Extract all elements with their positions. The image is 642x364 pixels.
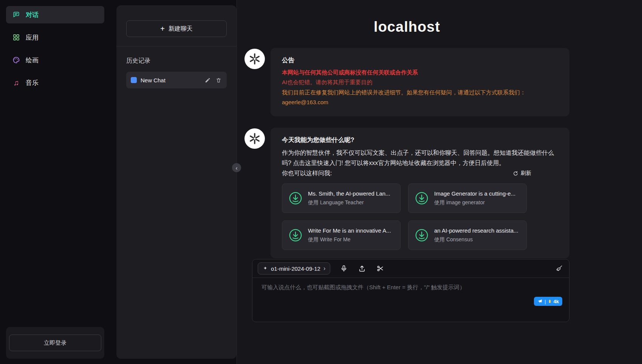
delete-chat-button[interactable] bbox=[215, 77, 222, 84]
chat-bubble-icon bbox=[12, 11, 20, 19]
edit-chat-button[interactable] bbox=[204, 77, 211, 84]
message-input[interactable] bbox=[261, 284, 560, 306]
badge-divider: | bbox=[545, 299, 546, 304]
new-chat-button[interactable]: + 新建聊天 bbox=[126, 20, 227, 37]
sidebar-item-music[interactable]: ♫ 音乐 bbox=[6, 74, 104, 91]
plus-icon: + bbox=[160, 25, 165, 33]
chat-item-icon bbox=[131, 77, 137, 83]
greeting-bubble: 今天我能为您做些什么呢? 作为你的智慧伙伴，我不仅可以写文案、出点子，还可以和你… bbox=[271, 128, 569, 258]
microphone-icon bbox=[340, 265, 348, 272]
sidebar-item-label: 音乐 bbox=[26, 79, 39, 87]
chevron-left-icon: ‹ bbox=[236, 165, 238, 171]
suggestion-card[interactable]: an AI-powered research assista... 使用 Con… bbox=[408, 221, 527, 250]
composer: o1-mini-2024-09-12 › bbox=[252, 259, 569, 322]
suggestion-title: an AI-powered research assista... bbox=[434, 227, 518, 234]
refresh-icon bbox=[513, 171, 518, 176]
model-selector[interactable]: o1-mini-2024-09-12 › bbox=[258, 262, 330, 275]
suggestion-card[interactable]: Write For Me is an innovative A... 使用 Wr… bbox=[282, 221, 401, 250]
suggestion-subtitle: 使用 image generator bbox=[434, 199, 515, 206]
new-chat-label: 新建聊天 bbox=[169, 25, 193, 33]
sidebar-item-chat[interactable]: 对话 bbox=[6, 6, 104, 23]
ask-hint: 你也可以这样问我: bbox=[282, 170, 332, 177]
openai-logo-icon bbox=[248, 132, 261, 145]
page-title: localhost bbox=[244, 0, 569, 48]
sparkle-icon bbox=[263, 266, 268, 271]
clear-context-button[interactable] bbox=[555, 264, 564, 273]
chat-content: localhost bbox=[244, 0, 569, 258]
login-button[interactable]: 立即登录 bbox=[9, 335, 101, 351]
announcement-line: 本网站与任何其他公司或商标没有任何关联或合作关系 bbox=[282, 68, 558, 76]
suggestion-title: Ms. Smith, the AI-powered Lan... bbox=[308, 190, 390, 197]
assistant-avatar bbox=[244, 49, 265, 69]
app-grid-icon bbox=[12, 33, 20, 42]
token-count: 4k bbox=[554, 299, 559, 304]
composer-body: | 4k bbox=[252, 278, 569, 322]
upload-button[interactable] bbox=[357, 264, 367, 273]
suggestion-card[interactable]: Ms. Smith, the AI-powered Lan... 使用 Lang… bbox=[282, 184, 401, 213]
microphone-button[interactable] bbox=[339, 264, 348, 273]
music-note-icon: ♫ bbox=[12, 79, 20, 87]
suggestion-title: Image Generator is a cutting-e... bbox=[434, 190, 515, 197]
suggestion-card[interactable]: Image Generator is a cutting-e... 使用 ima… bbox=[408, 184, 527, 213]
pencil-icon bbox=[205, 77, 210, 83]
battery-icon bbox=[548, 299, 552, 304]
palette-icon bbox=[12, 56, 20, 64]
history-title: 历史记录 bbox=[126, 57, 227, 65]
refresh-suggestions-button[interactable]: 刷新 bbox=[513, 170, 531, 177]
composer-toolbar: o1-mini-2024-09-12 › bbox=[252, 259, 569, 278]
panel-divider bbox=[116, 46, 237, 46]
scissors-icon bbox=[376, 265, 384, 272]
trash-icon bbox=[216, 77, 221, 83]
sidebar-item-label: 应用 bbox=[26, 33, 39, 42]
broom-icon bbox=[555, 265, 563, 272]
chat-history-item[interactable]: New Chat bbox=[126, 72, 227, 88]
suggestion-subtitle: 使用 Write For Me bbox=[308, 236, 391, 243]
model-label: o1-mini-2024-09-12 bbox=[271, 265, 320, 272]
message-greeting: 今天我能为您做些什么呢? 作为你的智慧伙伴，我不仅可以写文案、出点子，还可以和你… bbox=[244, 128, 569, 258]
upload-icon bbox=[358, 265, 366, 272]
suggestion-subtitle: 使用 Consensus bbox=[434, 236, 518, 243]
suggestion-title: Write For Me is an innovative A... bbox=[308, 227, 391, 234]
refresh-label: 刷新 bbox=[521, 170, 531, 177]
paper-plane-icon bbox=[537, 299, 543, 304]
send-button[interactable]: | 4k bbox=[534, 297, 562, 306]
download-circle-icon bbox=[415, 228, 429, 242]
sidebar-item-drawing[interactable]: 绘画 bbox=[6, 51, 104, 69]
sidebar-item-label: 绘画 bbox=[26, 56, 39, 65]
download-circle-icon bbox=[288, 191, 303, 205]
login-panel: 立即登录 bbox=[6, 327, 104, 359]
message-announcement: 公告 本网站与任何其他公司或商标没有任何关联或合作关系 AI也会犯错。请勿将其用… bbox=[244, 48, 569, 116]
chat-list-panel: + 新建聊天 历史记录 New Chat bbox=[116, 5, 237, 359]
suggestion-subtitle: 使用 Language Teacher bbox=[308, 199, 390, 206]
announcement-email[interactable]: ageerle@163.com bbox=[282, 98, 558, 106]
assistant-avatar bbox=[244, 128, 265, 149]
download-circle-icon bbox=[415, 191, 429, 205]
openai-logo-icon bbox=[248, 52, 261, 65]
main-chat-area: localhost bbox=[237, 0, 642, 364]
app-root: 对话 应用 绘画 bbox=[0, 0, 642, 364]
hint-row: 你也可以这样问我: 刷新 bbox=[282, 170, 531, 177]
download-circle-icon bbox=[288, 228, 303, 242]
sidebar-item-apps[interactable]: 应用 bbox=[6, 29, 104, 46]
announcement-bubble: 公告 本网站与任何其他公司或商标没有任何关联或合作关系 AI也会犯错。请勿将其用… bbox=[271, 48, 569, 116]
announcement-line: AI也会犯错。请勿将其用于重要目的 bbox=[282, 78, 558, 86]
greeting-title: 今天我能为您做些什么呢? bbox=[282, 136, 558, 144]
sidebar-item-label: 对话 bbox=[26, 11, 39, 19]
sidebar: 对话 应用 绘画 bbox=[0, 0, 110, 364]
chat-item-title: New Chat bbox=[141, 77, 200, 83]
greeting-body: 作为你的智慧伙伴，我不仅可以写文案、出点子，还可以和你聊天、回答问题。想知道我还… bbox=[282, 148, 558, 168]
chevron-right-icon: › bbox=[323, 265, 325, 272]
scissors-button[interactable] bbox=[376, 264, 385, 273]
collapse-panel-button[interactable]: ‹ bbox=[232, 163, 241, 172]
announcement-title: 公告 bbox=[282, 56, 558, 65]
suggestion-grid: Ms. Smith, the AI-powered Lan... 使用 Lang… bbox=[282, 184, 531, 250]
announcement-line: 我们目前正在修复我们网站上的错误并改进细节。如果您有任何疑问，请通过以下方式联系… bbox=[282, 88, 558, 96]
